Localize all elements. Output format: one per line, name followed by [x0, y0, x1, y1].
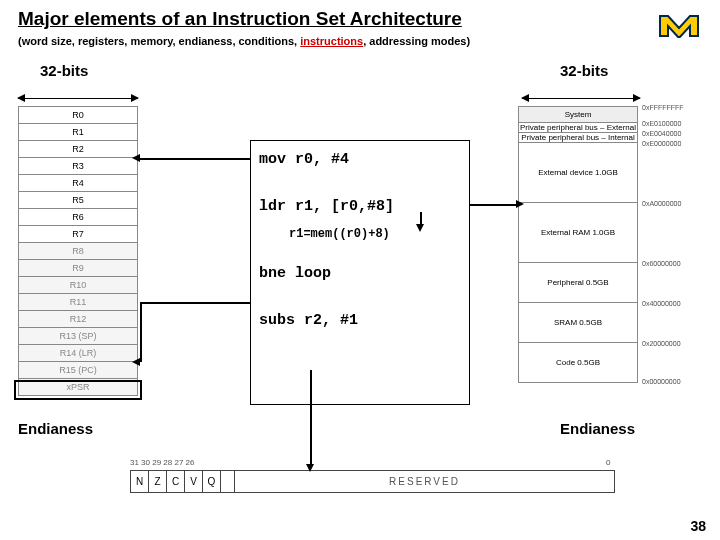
flag-reserved: RESERVED [235, 471, 615, 493]
reg-r5: R5 [19, 192, 138, 209]
reg-sp: R13 (SP) [19, 328, 138, 345]
endianess-right: Endianess [560, 420, 635, 437]
flag-v: V [185, 471, 203, 493]
reg-r11: R11 [19, 294, 138, 311]
arrow-ldr-mem-head [516, 200, 524, 208]
addr-8: 0x00000000 [642, 378, 681, 385]
mem-ppb-int: Private peripheral bus – Internal [519, 133, 638, 143]
instr-bne: bne loop [259, 265, 461, 282]
arrow-ldr-mem [470, 204, 518, 206]
arrow-note-down-head [416, 224, 424, 232]
memory-table: System Private peripheral bus – External… [518, 106, 638, 383]
width-arrow-right [522, 98, 640, 99]
reg-r4: R4 [19, 175, 138, 192]
arrow-mov-r0-head [132, 154, 140, 162]
arrow-subs-flags-head [306, 464, 314, 472]
reg-r6: R6 [19, 209, 138, 226]
flag-table: N Z C V Q RESERVED [130, 470, 615, 493]
reg-xpsr: xPSR [19, 379, 138, 396]
reg-pc: R15 (PC) [19, 362, 138, 379]
word-size-left: 32-bits [40, 62, 88, 79]
slide-title: Major elements of an Instruction Set Arc… [18, 8, 462, 30]
mem-ext-ram: External RAM 1.0GB [519, 203, 638, 263]
subtitle-pre: (word size, registers, memory, endianess… [18, 35, 300, 47]
endianess-left: Endianess [18, 420, 93, 437]
addr-3: 0xE0000000 [642, 140, 681, 147]
instr-mov: mov r0, #4 [259, 151, 461, 168]
page-number: 38 [690, 518, 706, 534]
subtitle-post: , addressing modes) [363, 35, 470, 47]
register-table: R0 R1 R2 R3 R4 R5 R6 R7 R8 R9 R10 R11 R1… [18, 106, 138, 396]
addr-2: 0xE0040000 [642, 130, 681, 137]
flag-z: Z [149, 471, 167, 493]
arrow-mov-r0 [140, 158, 250, 160]
addr-7: 0x20000000 [642, 340, 681, 347]
mem-ppb-ext: Private peripheral bus – External [519, 123, 638, 133]
arrow-bne-pc-h [140, 302, 250, 304]
mem-sram: SRAM 0.5GB [519, 303, 638, 343]
reg-r8: R8 [19, 243, 138, 260]
bit-lo: 0 [606, 458, 610, 467]
reg-lr: R14 (LR) [19, 345, 138, 362]
reg-r3: R3 [19, 158, 138, 175]
word-size-right: 32-bits [560, 62, 608, 79]
reg-r2: R2 [19, 141, 138, 158]
reg-r9: R9 [19, 260, 138, 277]
width-arrow-left [18, 98, 138, 99]
reg-r7: R7 [19, 226, 138, 243]
addr-0: 0xFFFFFFFF [642, 104, 684, 111]
michigan-logo [658, 8, 700, 42]
addr-1: 0xE0100000 [642, 120, 681, 127]
addr-4: 0xA0000000 [642, 200, 681, 207]
flag-n: N [131, 471, 149, 493]
addr-6: 0x40000000 [642, 300, 681, 307]
psr-flags: 31 30 29 28 27 26 0 N Z C V Q RESERVED [130, 470, 615, 493]
addr-5: 0x60000000 [642, 260, 681, 267]
flag-c: C [167, 471, 185, 493]
memory-map: System Private peripheral bus – External… [518, 106, 698, 383]
bit-hi: 31 30 29 28 27 26 [130, 458, 195, 467]
flag-gap [221, 471, 235, 493]
reg-r1: R1 [19, 124, 138, 141]
slide-subtitle: (word size, registers, memory, endianess… [18, 35, 470, 47]
instr-subs: subs r2, #1 [259, 312, 461, 329]
arrow-bne-pc-v [140, 302, 142, 362]
subtitle-highlight: instructions [300, 35, 363, 47]
reg-r10: R10 [19, 277, 138, 294]
mem-periph: Peripheral 0.5GB [519, 263, 638, 303]
instr-ldr: ldr r1, [r0,#8] [259, 198, 461, 215]
reg-r12: R12 [19, 311, 138, 328]
arrow-bne-pc-head [132, 358, 140, 366]
mem-system: System [519, 107, 638, 123]
arrow-subs-flags [310, 370, 312, 466]
mem-code: Code 0.5GB [519, 343, 638, 383]
instr-note: r1=mem((r0)+8) [289, 227, 461, 241]
instruction-box: mov r0, #4 ldr r1, [r0,#8] r1=mem((r0)+8… [250, 140, 470, 405]
flag-q: Q [203, 471, 221, 493]
mem-ext-dev: External device 1.0GB [519, 143, 638, 203]
reg-r0: R0 [19, 107, 138, 124]
